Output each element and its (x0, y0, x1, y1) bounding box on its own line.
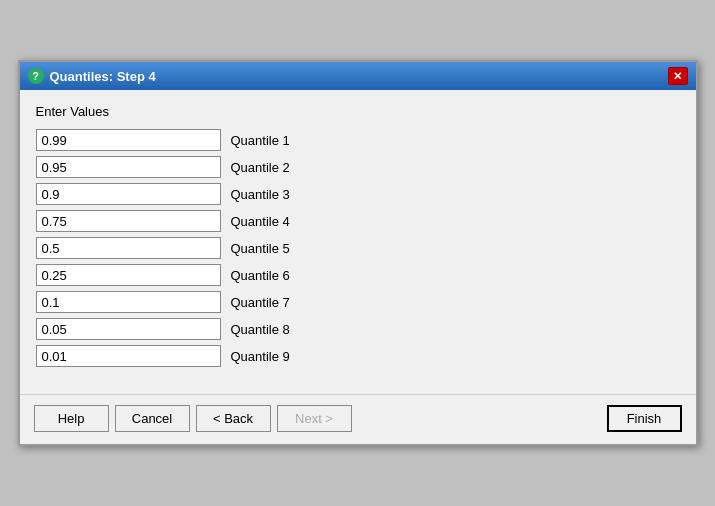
title-bar-left: ? Quantiles: Step 4 (28, 68, 156, 84)
quantile-input-3[interactable] (36, 183, 221, 205)
quantile-input-7[interactable] (36, 291, 221, 313)
quantile-row: Quantile 4 (36, 210, 680, 232)
quantile-input-5[interactable] (36, 237, 221, 259)
quantile-input-9[interactable] (36, 345, 221, 367)
quantile-label-5: Quantile 5 (231, 241, 290, 256)
quantile-row: Quantile 8 (36, 318, 680, 340)
quantile-row: Quantile 9 (36, 345, 680, 367)
title-bar: ? Quantiles: Step 4 ✕ (20, 62, 696, 90)
window-title: Quantiles: Step 4 (50, 69, 156, 84)
finish-button[interactable]: Finish (607, 405, 682, 432)
quantile-input-1[interactable] (36, 129, 221, 151)
quantile-row: Quantile 1 (36, 129, 680, 151)
quantile-label-6: Quantile 6 (231, 268, 290, 283)
quantile-row: Quantile 5 (36, 237, 680, 259)
back-button[interactable]: < Back (196, 405, 271, 432)
help-icon: ? (28, 68, 44, 84)
quantile-label-9: Quantile 9 (231, 349, 290, 364)
quantile-row: Quantile 2 (36, 156, 680, 178)
quantile-input-4[interactable] (36, 210, 221, 232)
help-button[interactable]: Help (34, 405, 109, 432)
quantile-input-2[interactable] (36, 156, 221, 178)
cancel-button[interactable]: Cancel (115, 405, 190, 432)
quantile-label-2: Quantile 2 (231, 160, 290, 175)
quantile-label-1: Quantile 1 (231, 133, 290, 148)
next-button[interactable]: Next > (277, 405, 352, 432)
quantile-label-3: Quantile 3 (231, 187, 290, 202)
quantile-label-8: Quantile 8 (231, 322, 290, 337)
quantile-label-4: Quantile 4 (231, 214, 290, 229)
quantile-row: Quantile 6 (36, 264, 680, 286)
quantile-row: Quantile 3 (36, 183, 680, 205)
dialog-quantiles-step4: ? Quantiles: Step 4 ✕ Enter Values Quant… (18, 60, 698, 446)
section-label: Enter Values (36, 104, 680, 119)
button-group-left: Help Cancel < Back Next > (34, 405, 601, 432)
close-button[interactable]: ✕ (668, 67, 688, 85)
quantile-input-8[interactable] (36, 318, 221, 340)
quantile-row: Quantile 7 (36, 291, 680, 313)
quantile-input-6[interactable] (36, 264, 221, 286)
button-bar: Help Cancel < Back Next > Finish (20, 394, 696, 444)
quantile-rows: Quantile 1Quantile 2Quantile 3Quantile 4… (36, 129, 680, 367)
dialog-body: Enter Values Quantile 1Quantile 2Quantil… (20, 90, 696, 386)
quantile-label-7: Quantile 7 (231, 295, 290, 310)
